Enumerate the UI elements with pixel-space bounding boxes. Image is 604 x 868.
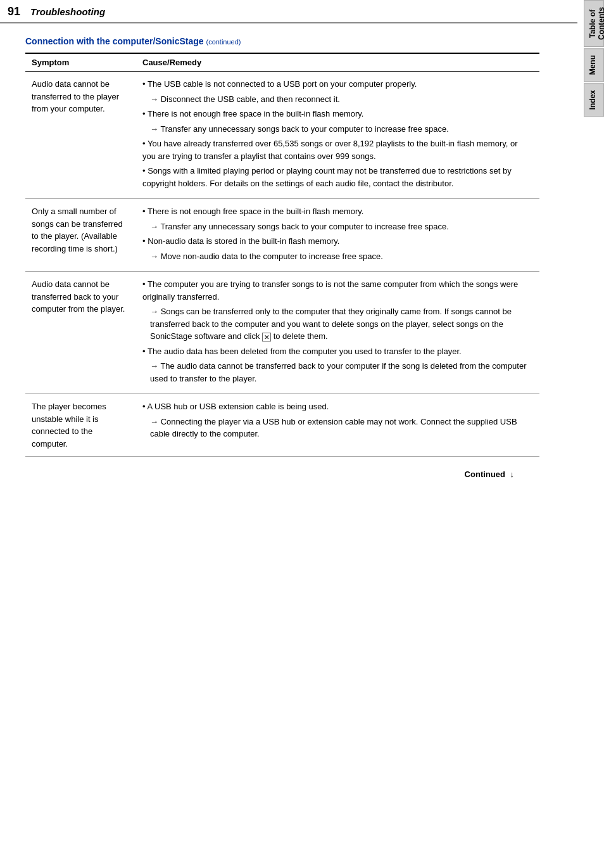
remedy-item: A USB hub or USB extension cable is bein… [142,400,533,413]
sidebar-tabs: Table ofContents Menu Index [581,0,604,868]
section-heading-text: Connection with the computer/SonicStage … [25,36,241,46]
x-delete-icon: ✕ [262,333,271,341]
col-remedy-header: Cause/Remedy [136,53,539,72]
table-row: The player becomes unstable while it is … [25,394,539,457]
remedy-cell: The computer you are trying to transfer … [136,272,539,394]
main-table: Symptom Cause/Remedy Audio data cannot b… [25,53,539,457]
page-title: Troubleshooting [30,6,105,17]
remedy-item: Disconnect the USB cable, and then recon… [142,93,533,106]
remedy-item: The USB cable is not connected to a USB … [142,78,533,91]
remedy-item: Non-audio data is stored in the built-in… [142,235,533,248]
remedy-item: Songs with a limited playing period or p… [142,165,533,189]
remedy-item: Songs can be transferred only to the com… [142,305,533,343]
symptom-cell: Audio data cannot be transferred to the … [25,72,136,199]
continued-footer: Continued ↓ [0,457,577,485]
remedy-cell: The USB cable is not connected to a USB … [136,72,539,199]
remedy-cell: There is not enough free space in the bu… [136,199,539,272]
remedy-item: Transfer any unnecessary songs back to y… [142,220,533,233]
symptom-cell: Only a small number of songs can be tran… [25,199,136,272]
sidebar-tab-index[interactable]: Index [584,83,604,117]
sidebar-tab-menu[interactable]: Menu [584,48,604,82]
symptom-cell: Audio data cannot be transferred back to… [25,272,136,394]
page-header: 91 Troubleshooting [0,0,577,23]
continued-label: Continued [465,469,505,479]
remedy-item: Transfer any unnecessary songs back to y… [142,123,533,136]
table-row: Audio data cannot be transferred to the … [25,72,539,199]
section-heading: Connection with the computer/SonicStage … [0,36,577,53]
table-header-row: Symptom Cause/Remedy [25,53,539,72]
remedy-item: Move non-audio data to the computer to i… [142,250,533,263]
table-row: Only a small number of songs can be tran… [25,199,539,272]
section-heading-main: Connection with the computer/SonicStage [25,36,204,46]
page-number: 91 [8,5,20,18]
arrow-down-icon: ↓ [510,469,515,479]
remedy-item: The audio data has been deleted from the… [142,345,533,358]
section-continued-label: (continued) [206,38,241,46]
remedy-item: The computer you are trying to transfer … [142,278,533,303]
col-symptom-header: Symptom [25,53,136,72]
sidebar-tab-toc[interactable]: Table ofContents [584,0,604,47]
remedy-item: The audio data cannot be transferred bac… [142,360,533,385]
remedy-item: Connecting the player via a USB hub or e… [142,416,533,440]
remedy-cell: A USB hub or USB extension cable is bein… [136,394,539,457]
remedy-item: There is not enough free space in the bu… [142,205,533,218]
table-row: Audio data cannot be transferred back to… [25,272,539,394]
remedy-item: There is not enough free space in the bu… [142,108,533,120]
symptom-cell: The player becomes unstable while it is … [25,394,136,457]
remedy-item: You have already transferred over 65,535… [142,137,533,162]
